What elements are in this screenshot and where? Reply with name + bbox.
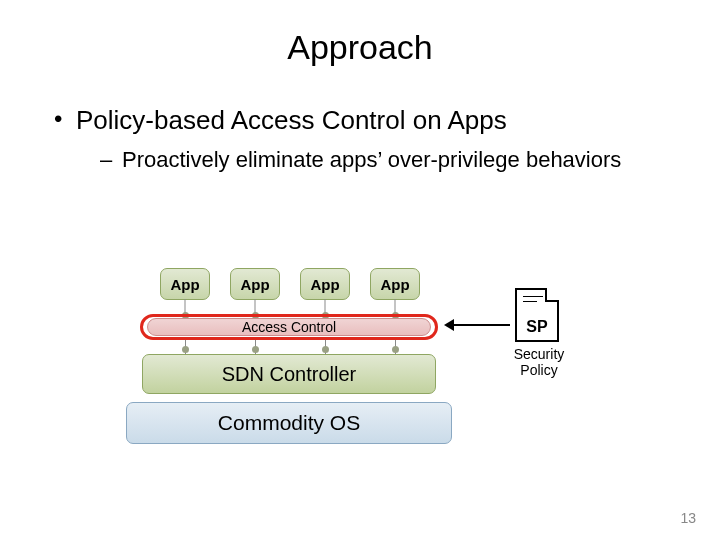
sp-caption: Security Policy xyxy=(498,346,580,378)
connector-dot xyxy=(392,346,399,353)
app-box: App xyxy=(160,268,210,300)
access-control-box: Access Control xyxy=(147,318,431,336)
connector-dot xyxy=(322,346,329,353)
bullet-level-1: Policy-based Access Control on Apps xyxy=(54,105,680,136)
diagram: App App App App Access Control SDN Contr… xyxy=(120,268,620,488)
slide-title: Approach xyxy=(40,28,680,67)
sp-label: SP xyxy=(517,318,557,336)
commodity-os-box: Commodity OS xyxy=(126,402,452,444)
bullet-level-2: Proactively eliminate apps’ over-privile… xyxy=(100,146,680,174)
doc-lines xyxy=(523,296,543,306)
app-box: App xyxy=(370,268,420,300)
app-box: App xyxy=(230,268,280,300)
slide: Approach Policy-based Access Control on … xyxy=(0,0,720,540)
page-number: 13 xyxy=(680,510,696,526)
connector-dot xyxy=(182,346,189,353)
app-box: App xyxy=(300,268,350,300)
connector-dot xyxy=(252,346,259,353)
arrow-icon xyxy=(446,324,510,326)
sdn-controller-box: SDN Controller xyxy=(142,354,436,394)
document-icon: SP xyxy=(515,288,559,342)
